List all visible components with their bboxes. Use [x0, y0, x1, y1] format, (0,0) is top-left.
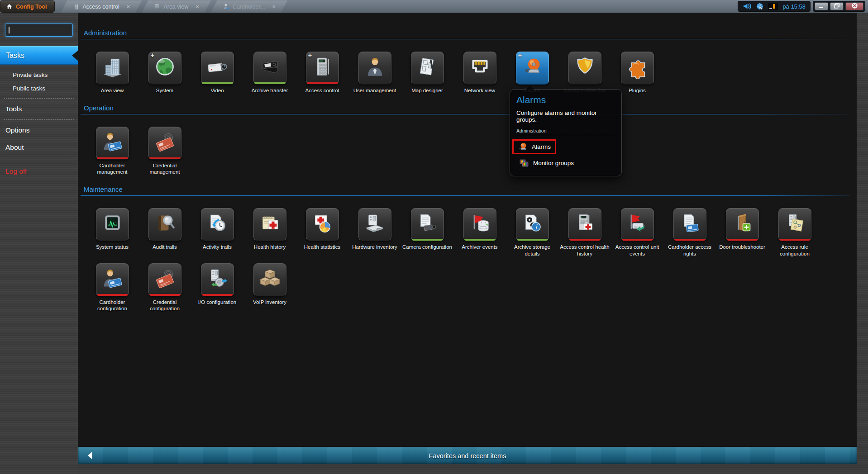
tooltip-item-monitor-groups[interactable]: Monitor groups: [516, 156, 615, 171]
close-button[interactable]: [845, 2, 863, 10]
task-tile-access-rule-configuration[interactable]: Access rule configuration: [768, 208, 821, 257]
task-tile-hardware-inventory[interactable]: Hardware inventory: [348, 208, 401, 257]
tasks-home-page: Administration Area view + System Video …: [78, 13, 857, 464]
task-tile-label: Cardholder configuration: [87, 299, 138, 312]
book-magnifier-icon: [153, 212, 176, 237]
task-tile-health-history[interactable]: Health history: [243, 208, 296, 257]
calendar-cross-icon: [258, 212, 281, 237]
task-tile-label: Access control unit events: [612, 244, 663, 257]
keypad-cross-icon: [573, 212, 596, 237]
config-tool-window: Config Tool Access control × Area view ×…: [0, 0, 868, 474]
task-tile-label: Archive transfer: [252, 87, 288, 94]
task-tile-access-control-unit-events[interactable]: Access control unit events: [611, 208, 663, 257]
task-tile-video[interactable]: Video: [191, 52, 243, 94]
category-color-edge: [149, 157, 181, 159]
task-tile-archiver-events[interactable]: Archiver events: [453, 208, 506, 257]
task-tile-activity-trails[interactable]: Activity trails: [191, 208, 243, 257]
flag-db-icon: [468, 212, 491, 237]
category-color-edge: [412, 239, 443, 241]
card-red-icon: [153, 131, 176, 156]
task-tile-credential-management[interactable]: Credential management: [138, 127, 191, 175]
sidebar-item-public-tasks[interactable]: Public tasks: [0, 85, 78, 92]
camera-icon: [206, 56, 229, 81]
task-tile-archive-transfer[interactable]: Archive transfer: [243, 52, 296, 94]
sidebar-item-tasks[interactable]: Tasks: [0, 46, 78, 65]
search-input[interactable]: [5, 24, 73, 37]
task-tile-label: Door troubleshooter: [719, 244, 765, 251]
task-tile-user-management[interactable]: User management: [348, 52, 401, 94]
task-tile-label: Activity trails: [203, 244, 232, 251]
task-tile-cardholder-management[interactable]: Cardholder management: [86, 127, 138, 175]
task-tile-access-control[interactable]: + Access control: [296, 52, 348, 94]
task-tile-system[interactable]: + System: [138, 52, 191, 94]
tab-access-control[interactable]: Access control ×: [61, 0, 142, 13]
task-tile-audit-trails[interactable]: Audit trails: [138, 208, 191, 257]
keyboard-input-indicator-icon[interactable]: [768, 3, 778, 10]
person-card-icon: [101, 131, 124, 156]
disk-info-icon: i: [521, 212, 544, 237]
network-globe-icon[interactable]: [756, 3, 763, 10]
task-tile-plugins[interactable]: Plugins: [611, 52, 663, 94]
sidebar: Tasks Private tasks Public tasks Tools O…: [0, 13, 78, 474]
favorites-and-recent-bar[interactable]: Favorites and recent items: [78, 447, 857, 464]
task-tile-label: Map designer: [411, 87, 443, 94]
task-tile-cardholder-configuration[interactable]: Cardholder configuration: [86, 263, 138, 312]
close-tab-icon[interactable]: ×: [196, 3, 199, 10]
tooltip-item-alarms[interactable]: Alarms: [512, 139, 556, 154]
sidebar-item-private-tasks[interactable]: Private tasks: [0, 71, 78, 78]
sidebar-item-tools[interactable]: Tools: [0, 105, 78, 113]
task-tile-network-view[interactable]: Network view: [453, 52, 506, 94]
sidebar-item-options[interactable]: Options: [0, 126, 78, 134]
task-tile-access-control-health-history[interactable]: Access control health history: [558, 208, 611, 257]
category-color-edge: [307, 82, 338, 84]
text-caret: [9, 27, 10, 33]
section-divider: [81, 39, 850, 39]
close-tab-icon[interactable]: ×: [127, 3, 130, 10]
task-tile-credential-configuration[interactable]: Credential configuration: [138, 263, 191, 312]
card-red-icon: [153, 267, 176, 292]
collapse-left-arrow-icon[interactable]: [86, 451, 95, 460]
devices-icon: [363, 212, 386, 237]
section-operation: Operation Cardholder management Credenti…: [78, 94, 857, 175]
blueprint-icon: [416, 56, 439, 81]
task-tile-cardholder-access-rights[interactable]: Cardholder access rights: [663, 208, 716, 257]
tab-label: Cardholder...: [233, 4, 265, 10]
tab-area-view[interactable]: Area view ×: [142, 0, 210, 13]
tab-label: Area view: [163, 4, 188, 10]
task-tile-door-troubleshooter[interactable]: Door troubleshooter: [716, 208, 768, 257]
sidebar-item-about[interactable]: About: [0, 143, 78, 152]
clock: pá 15:58: [782, 3, 806, 10]
tile-row: Cardholder management Credential managem…: [78, 127, 857, 175]
task-tile-label: System: [156, 87, 173, 94]
plus-badge: +: [151, 51, 155, 59]
flag-unit-icon: [626, 212, 649, 237]
person-icon: [363, 56, 386, 81]
window-controls: [813, 1, 865, 12]
sheet-clock-icon: [206, 212, 229, 237]
logoff-button[interactable]: Log off: [0, 167, 78, 175]
area-stack-icon: [153, 3, 160, 10]
task-tile-label: Cardholder access rights: [664, 244, 715, 257]
task-tile-intrusion-detection[interactable]: Intrusion detection: [558, 52, 611, 94]
minimize-button[interactable]: [815, 2, 828, 10]
task-tile-i-o-configuration[interactable]: I/O configuration: [191, 263, 243, 312]
task-tile-label: VoIP inventory: [253, 299, 286, 306]
ethernet-icon: [468, 56, 491, 81]
task-tile-label: Archive storage details: [507, 244, 558, 257]
tab-cardholder[interactable]: Cardholder... ×: [211, 0, 287, 13]
volume-icon[interactable]: [743, 3, 752, 10]
tab-config-tool[interactable]: Config Tool: [0, 0, 55, 13]
tooltip-title: Alarms: [516, 95, 615, 105]
task-tile-area-view[interactable]: Area view: [86, 52, 138, 94]
task-tile-archive-storage-details[interactable]: i Archive storage details: [506, 208, 558, 257]
note-rule-icon: [783, 212, 806, 237]
close-tab-icon[interactable]: ×: [272, 3, 276, 10]
task-tile-label: Access rule configuration: [769, 244, 820, 257]
category-color-edge: [97, 294, 128, 296]
task-tile-health-statistics[interactable]: Health statistics: [296, 208, 348, 257]
restore-button[interactable]: [830, 2, 844, 10]
task-tile-camera-configuration[interactable]: Camera configuration: [401, 208, 453, 257]
task-tile-map-designer[interactable]: Map designer: [401, 52, 453, 94]
task-tile-voip-inventory[interactable]: VoIP inventory: [243, 263, 296, 312]
task-tile-system-status[interactable]: System status: [86, 208, 138, 257]
